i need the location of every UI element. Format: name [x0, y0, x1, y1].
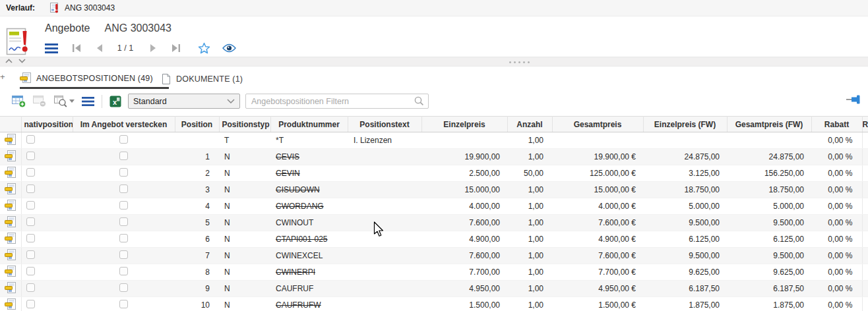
favorite-button[interactable] [197, 42, 211, 55]
im-angebot-verstecken-checkbox[interactable] [119, 135, 128, 144]
cell-alt [21, 281, 73, 297]
cell-rowicon[interactable] [0, 264, 21, 281]
column-search-button[interactable] [53, 93, 75, 110]
alternativposition-checkbox[interactable] [26, 152, 35, 160]
next-record-button[interactable] [148, 43, 158, 53]
table-row[interactable]: 5NCWINOUT7.600,001,007.600,00 €9.500,009… [0, 215, 868, 231]
cell-alt [21, 215, 73, 231]
view-select[interactable]: Standard [128, 94, 240, 109]
im-angebot-verstecken-checkbox[interactable] [119, 267, 128, 275]
watch-button[interactable] [222, 42, 236, 55]
im-angebot-verstecken-checkbox[interactable] [119, 250, 128, 259]
alternativposition-checkbox[interactable] [26, 184, 35, 193]
tab-angebotspositionen[interactable]: ANGEBOTSPOSITIONEN (49) × [20, 69, 169, 89]
remove-position-button[interactable] [32, 93, 47, 110]
position-row-icon [5, 266, 16, 278]
table-row[interactable]: 9NCAUFRUF4.950,001,004.950,00 €6.187,506… [0, 281, 868, 297]
table-row[interactable]: 6NCTAPI001-0254.900,001,004.900,00 €6.12… [0, 231, 868, 248]
export-excel-button[interactable]: x [108, 93, 123, 110]
cell-hide [73, 248, 175, 264]
position-row-icon [5, 249, 16, 262]
collapse-up-button[interactable] [5, 59, 13, 63]
cell-rowicon[interactable] [0, 215, 21, 231]
im-angebot-verstecken-checkbox[interactable] [119, 283, 128, 292]
cell-rowicon[interactable] [0, 198, 21, 215]
cell-rabatt: 0,00 % [811, 231, 862, 248]
alternativposition-checkbox[interactable] [26, 300, 35, 308]
cell-einzelpreis: 4.900,00 [421, 231, 507, 248]
column-header-positionstyp[interactable]: Positionstyp [219, 117, 270, 132]
position-row-icon [5, 216, 16, 229]
last-record-button[interactable] [170, 43, 181, 53]
alternativposition-checkbox[interactable] [26, 168, 35, 177]
table-row[interactable]: 10NCAUFRUFW1.500,001,001.500,00 €1.875,0… [0, 297, 868, 311]
table-header-row: nativposition Im Angebot verstecken Posi… [0, 117, 868, 132]
cell-rowicon[interactable] [0, 281, 21, 297]
table-row[interactable]: 1NCEVIS19.900,001,0019.900,00 €24.875,00… [0, 149, 868, 165]
table-add-icon [12, 95, 26, 108]
filter-input[interactable] [245, 94, 429, 109]
column-header-gesamtpreis[interactable]: Gesamtpreis [552, 117, 643, 132]
table-row[interactable]: 2NCEVIN2.500,0050,00125.000,00 €3.125,00… [0, 165, 868, 182]
cell-anzahl: 50,00 [507, 165, 552, 182]
alternativposition-checkbox[interactable] [26, 234, 35, 242]
table-row[interactable]: 7NCWINEXCEL7.600,001,007.600,00 €9.500,0… [0, 248, 868, 264]
collapse-down-button[interactable] [18, 59, 26, 63]
column-header-next-clipped[interactable]: R [862, 117, 868, 132]
column-header-anzahl[interactable]: Anzahl [507, 117, 552, 132]
list-menu-button[interactable] [79, 93, 96, 110]
cell-einzelpreis_fw: 18.750,00 [643, 182, 727, 198]
first-record-button[interactable] [71, 43, 82, 53]
column-header-im-angebot-verstecken[interactable]: Im Angebot verstecken [73, 117, 175, 132]
im-angebot-verstecken-checkbox[interactable] [119, 168, 128, 177]
table-row[interactable]: 3NCISUDOWN15.000,001,0015.000,00 €18.750… [0, 182, 868, 198]
column-header-alternativposition[interactable]: nativposition [21, 117, 73, 132]
column-header-gesamtpreis-fw[interactable]: Gesamtpreis (FW) [727, 117, 811, 132]
cell-rowicon[interactable] [0, 248, 21, 264]
cell-rowicon[interactable] [0, 297, 21, 311]
alternativposition-checkbox[interactable] [26, 201, 35, 210]
im-angebot-verstecken-checkbox[interactable] [119, 300, 128, 308]
cell-rowicon[interactable] [0, 132, 21, 149]
cell-next [862, 248, 868, 264]
im-angebot-verstecken-checkbox[interactable] [119, 234, 128, 242]
splitter-bar[interactable] [0, 57, 868, 67]
alternativposition-checkbox[interactable] [26, 135, 35, 144]
alternativposition-checkbox[interactable] [26, 250, 35, 259]
cell-rowicon[interactable] [0, 149, 21, 165]
cell-hide [73, 231, 175, 248]
history-item-link[interactable]: ANG 3003043 [65, 3, 115, 13]
splitter-handle[interactable] [509, 61, 530, 63]
cell-rowicon[interactable] [0, 165, 21, 182]
tab-dokumente[interactable]: DOKUMENTE (1) [162, 69, 243, 89]
table-row[interactable]: T*TI. Lizenzen1,000,00 % [0, 132, 868, 149]
alternativposition-checkbox[interactable] [26, 283, 35, 292]
column-header-einzelpreis[interactable]: Einzelpreis [421, 117, 507, 132]
im-angebot-verstecken-checkbox[interactable] [119, 152, 128, 160]
column-header-positionstext[interactable]: Positionstext [348, 117, 421, 132]
cell-rowicon[interactable] [0, 231, 21, 248]
table-row[interactable]: 4NCWORDANG4.000,001,004.000,00 €5.000,00… [0, 198, 868, 215]
column-header-produktnummer[interactable]: Produktnummer [270, 117, 348, 132]
cell-text [348, 231, 421, 248]
cell-gesamtpreis: 19.900,00 € [552, 149, 643, 165]
alternativposition-checkbox[interactable] [26, 217, 35, 226]
cell-rowicon[interactable] [0, 182, 21, 198]
add-position-button[interactable] [11, 93, 28, 110]
cell-anzahl: 1,00 [507, 215, 552, 231]
column-header-einzelpreis-fw[interactable]: Einzelpreis (FW) [643, 117, 727, 132]
cell-position: 2 [175, 165, 219, 182]
column-header-rabatt[interactable]: Rabatt [811, 117, 862, 132]
pin-panel-button[interactable] [846, 95, 861, 107]
cell-einzelpreis_fw: 5.000,00 [643, 198, 727, 215]
im-angebot-verstecken-checkbox[interactable] [119, 201, 128, 210]
im-angebot-verstecken-checkbox[interactable] [119, 217, 128, 226]
cell-gesamtpreis_fw: 156.250,00 [727, 165, 811, 182]
im-angebot-verstecken-checkbox[interactable] [119, 184, 128, 193]
previous-record-button[interactable] [94, 43, 104, 53]
cell-einzelpreis: 7.600,00 [421, 248, 507, 264]
record-menu-button[interactable] [44, 42, 59, 54]
alternativposition-checkbox[interactable] [26, 267, 35, 275]
table-row[interactable]: 8NCWINERPI7.700,001,007.700,00 €9.625,00… [0, 264, 868, 281]
column-header-position[interactable]: Position [175, 117, 219, 132]
